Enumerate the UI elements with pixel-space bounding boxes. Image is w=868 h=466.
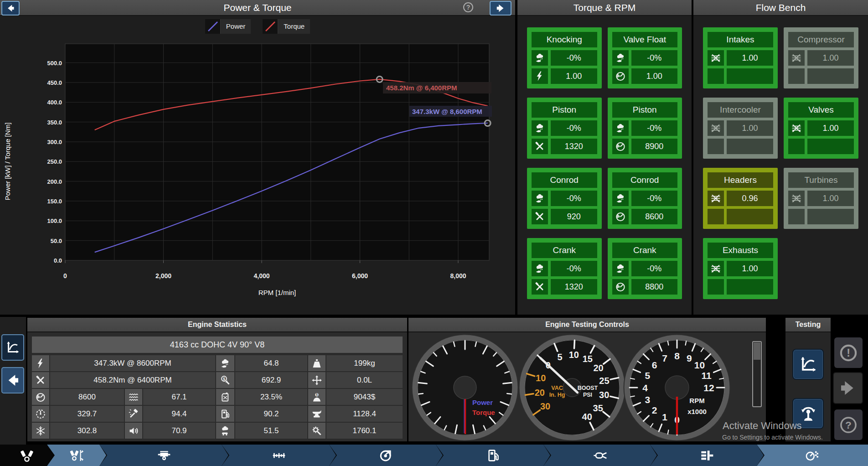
svg-text:11: 11: [702, 370, 712, 381]
chart-curve-icon: [800, 356, 817, 373]
nav-tab-turbo[interactable]: [329, 445, 443, 466]
snowflake-icon: [35, 425, 46, 436]
cloud-hand-cell: [612, 191, 629, 206]
tools-cell: [532, 279, 548, 295]
sidebar-dyno-button[interactable]: [1, 334, 24, 361]
slider-thumb[interactable]: [754, 342, 760, 360]
cloud-hand-icon: [615, 52, 626, 63]
lightning-cell: [532, 68, 548, 84]
stat-value: 329.7: [50, 406, 124, 422]
empty-cell: [708, 139, 724, 154]
cloud-hand-icon: [615, 193, 626, 204]
gauge-icon: [615, 281, 626, 292]
card-value: [807, 68, 854, 84]
gauge-icon: [615, 211, 626, 222]
help-button[interactable]: [834, 409, 863, 440]
card-value: 8800: [631, 279, 678, 295]
flow-bench-titlebar: Flow Bench: [693, 0, 868, 16]
card-value: -0%: [631, 261, 678, 276]
svg-text:10: 10: [569, 350, 579, 360]
svg-text:2,000: 2,000: [155, 272, 171, 280]
card-value: 1.00: [727, 120, 773, 136]
testing-panel: Testing: [785, 318, 831, 441]
card-value: [807, 139, 854, 154]
legend-label: Power: [221, 19, 251, 34]
card-intercooler: Intercooler1.00: [703, 98, 778, 159]
svg-text:BOOST: BOOST: [578, 385, 598, 391]
chart-next-button[interactable]: [490, 1, 512, 16]
gauge-icon: [35, 392, 46, 403]
nav-tab-dyno[interactable]: [757, 445, 868, 466]
empty-cell: [788, 139, 805, 154]
gear-dollar-icon: [220, 375, 231, 386]
legend-item-power[interactable]: Power: [205, 19, 251, 34]
card-value: [727, 279, 773, 295]
legend-item-torque[interactable]: Torque: [263, 19, 310, 34]
card-title: Intakes: [708, 32, 773, 47]
back-button[interactable]: [1, 1, 20, 16]
svg-text:9: 9: [687, 353, 692, 363]
gauge-icon: [615, 141, 626, 152]
svg-text:RPM [1/min]: RPM [1/min]: [258, 289, 296, 296]
svg-text:200.0: 200.0: [47, 178, 62, 185]
testing-titlebar: Testing: [785, 318, 831, 332]
lightning-stat-icon-cell: [32, 355, 49, 371]
cloud-hand-icon: [534, 263, 545, 274]
nav-tab-intake[interactable]: [650, 445, 764, 466]
engine-name: 4163 cc DOHC 4V 90° V8: [32, 337, 403, 353]
tools-icon: [534, 281, 545, 292]
cloud-hand-stat-icon-cell: [216, 355, 234, 371]
nav-tab-piston[interactable]: [99, 445, 228, 466]
svg-text:In. Hg: In. Hg: [549, 392, 565, 398]
card-title: Exhausts: [708, 243, 773, 258]
card-value: [727, 139, 773, 154]
nav-tab-bottom-end[interactable]: [222, 445, 336, 466]
warnings-button[interactable]: [834, 337, 863, 368]
flow-icon: [710, 193, 721, 204]
svg-text:5: 5: [645, 370, 650, 381]
card-value: -0%: [631, 120, 678, 136]
card-value: -0%: [551, 191, 597, 206]
legend-swatch: [263, 19, 278, 34]
gauge-cell: [612, 68, 629, 84]
card-piston: Piston-0%1320: [527, 98, 602, 159]
next-step-button[interactable]: [833, 372, 863, 404]
waves-icon: [128, 392, 139, 403]
stat-value: 90.2: [235, 406, 307, 422]
weight-icon: [311, 358, 322, 369]
stat-value: 199kg: [326, 355, 403, 371]
sidebar-back-button[interactable]: [1, 367, 24, 394]
cloud-car-icon: [220, 425, 231, 436]
fuel-pump-icon: [486, 448, 501, 463]
engine-statistics-panel: Engine Statistics 4163 cc DOHC 4V 90° V8…: [27, 318, 407, 441]
tools-icon: [534, 141, 545, 152]
gauge-cell: [612, 209, 629, 224]
speaker-icon: [128, 425, 139, 436]
chart-help-button[interactable]: [461, 1, 475, 14]
stat-value: 9043$: [326, 389, 403, 405]
card-value: 920: [551, 209, 597, 224]
nav-tab-valvetrain[interactable]: [47, 445, 106, 466]
arrow-right-icon: [496, 3, 506, 13]
left-sidebar: [0, 317, 26, 445]
nav-tab-fuel[interactable]: [436, 445, 550, 466]
speaker-stat-icon-cell: [125, 423, 142, 439]
cloud-hand-icon: [534, 123, 545, 134]
turbo-icon: [379, 448, 393, 463]
nav-tab-engine[interactable]: [0, 445, 54, 466]
svg-text:50.0: 50.0: [51, 238, 62, 244]
card-knocking: Knocking-0%1.00: [527, 27, 602, 88]
run-dyno-test-button[interactable]: [792, 349, 824, 380]
test-rpm-slider[interactable]: [752, 341, 762, 407]
cloud-hand-icon: [534, 52, 545, 63]
cloud-hand-cell: [532, 261, 548, 276]
stat-value: 51.5: [235, 423, 307, 439]
engine-stats-table: 347.3kW @ 8600RPM64.8199kg458.2Nm @ 6400…: [32, 355, 403, 439]
card-valves: Valves1.00: [784, 98, 858, 159]
fuel-can-icon: [220, 392, 231, 403]
empty-cell: [788, 68, 805, 84]
card-value: 1320: [551, 279, 597, 295]
manual-test-button[interactable]: [792, 398, 824, 429]
nav-tab-exhaust[interactable]: [543, 445, 657, 466]
card-valve-float: Valve Float-0%1.00: [608, 27, 682, 88]
